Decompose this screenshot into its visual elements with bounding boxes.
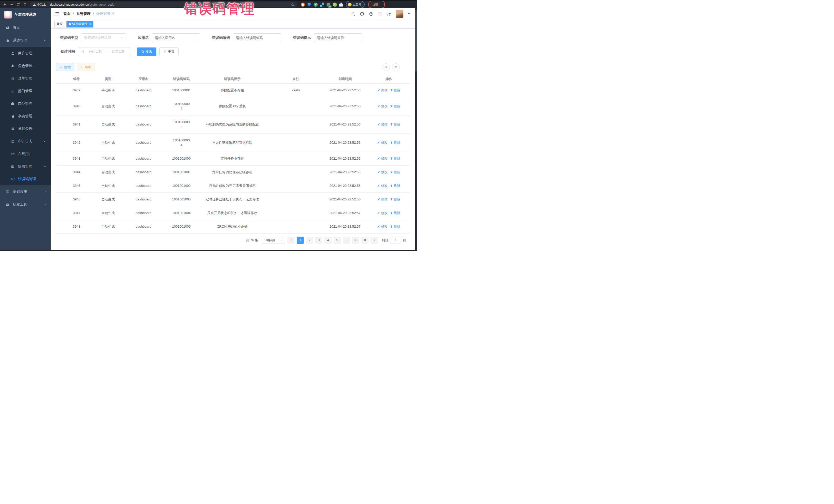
- extension-target-icon[interactable]: [301, 3, 305, 7]
- end-date-placeholder: 结束日期: [109, 49, 128, 54]
- reset-button[interactable]: 重置: [159, 47, 179, 56]
- trash-icon: [390, 198, 393, 201]
- edit-link[interactable]: 修改: [377, 183, 388, 188]
- font-size-icon[interactable]: TT: [387, 12, 391, 16]
- tag-error-code[interactable]: 错误码管理 ×: [66, 21, 93, 27]
- edit-link[interactable]: 修改: [377, 122, 388, 127]
- tags-view-bar: 首页 错误码管理 ×: [51, 20, 417, 28]
- edit-link[interactable]: 修改: [377, 197, 388, 202]
- breadcrumb-home[interactable]: 首页: [63, 12, 70, 16]
- help-icon[interactable]: [369, 12, 373, 16]
- browser-menu-icon[interactable]: ⋮: [381, 4, 383, 5]
- sidebar-item-roles[interactable]: 角色管理: [0, 60, 51, 72]
- delete-link[interactable]: 删除: [390, 197, 400, 202]
- delete-link[interactable]: 删除: [390, 104, 400, 109]
- sidebar-item-menus[interactable]: 菜单管理: [0, 72, 51, 85]
- table-row: 3943 自动生成 dashboard 1001001000 定时任务不存在 2…: [56, 152, 410, 165]
- home-button[interactable]: [22, 2, 28, 7]
- extension-vue-icon[interactable]: V: [313, 3, 318, 7]
- page-button-1[interactable]: 1: [297, 237, 304, 244]
- tag-close-icon[interactable]: ×: [89, 23, 91, 26]
- delete-link[interactable]: 删除: [390, 88, 400, 93]
- search-icon[interactable]: [351, 12, 355, 16]
- sidebar-item-users[interactable]: 用户管理: [0, 47, 51, 60]
- edit-link[interactable]: 修改: [377, 104, 388, 109]
- extensions-puzzle-icon[interactable]: [339, 3, 343, 7]
- search-button[interactable]: 搜索: [137, 47, 156, 56]
- browser-update-button[interactable]: 更新: [370, 2, 380, 7]
- page-button-3[interactable]: 3: [315, 237, 322, 244]
- delete-link[interactable]: 删除: [390, 183, 400, 188]
- error-message-input[interactable]: [314, 34, 363, 42]
- address-bar[interactable]: 不安全 dashboard.yudao.iocoder.cn/system/er…: [30, 2, 297, 7]
- page-size-select[interactable]: 10条/页: [262, 237, 285, 244]
- tag-home[interactable]: 首页: [54, 21, 65, 27]
- app-name-input[interactable]: [152, 34, 200, 42]
- edit-link[interactable]: 修改: [377, 211, 388, 215]
- sidebar-item-dev-tools[interactable]: 研发工具: [0, 198, 51, 211]
- error-type-select[interactable]: 请选择错误码类型: [81, 34, 126, 42]
- next-page-button[interactable]: [371, 237, 378, 244]
- trash-icon: [390, 157, 393, 160]
- sidebar-toggle-icon[interactable]: [54, 12, 59, 16]
- edit-link[interactable]: 修改: [377, 140, 388, 145]
- forward-button[interactable]: [9, 2, 14, 7]
- sidebar-item-system[interactable]: 系统管理: [0, 34, 51, 47]
- sidebar-item-audit-log[interactable]: 审计日志: [0, 135, 51, 148]
- sidebar-item-announcements[interactable]: 通知公告: [0, 123, 51, 135]
- bookmark-star-icon[interactable]: [291, 3, 294, 6]
- breadcrumb-system[interactable]: 系统管理: [76, 12, 91, 16]
- page-button-2[interactable]: 2: [306, 237, 313, 244]
- sidebar-item-online-users[interactable]: 在线用户: [0, 148, 51, 160]
- goto-page-input[interactable]: [390, 237, 401, 244]
- site-security-badge[interactable]: 不安全: [33, 2, 46, 7]
- edit-link[interactable]: 修改: [377, 224, 388, 229]
- browser-scrollbar[interactable]: [415, 8, 417, 251]
- sidebar-item-infrastructure[interactable]: 基础设施: [0, 185, 51, 198]
- delete-link[interactable]: 删除: [390, 156, 400, 161]
- user-menu-caret-icon[interactable]: [408, 13, 410, 15]
- prev-page-button[interactable]: [287, 237, 294, 244]
- delete-link[interactable]: 删除: [390, 211, 400, 215]
- more-pages-button[interactable]: •••: [352, 237, 359, 244]
- sidebar-item-dictionary[interactable]: 字典管理: [0, 110, 51, 123]
- back-button[interactable]: [2, 2, 8, 7]
- fullscreen-icon[interactable]: [378, 12, 382, 16]
- profile-avatar-emoji: [348, 3, 352, 6]
- add-button[interactable]: 新增: [56, 63, 74, 71]
- scrollbar-thumb[interactable]: [415, 10, 417, 72]
- table-row: 3946 自动生成 dashboard 1001001003 定时任务已经处于该…: [56, 193, 410, 206]
- edit-link[interactable]: 修改: [377, 88, 388, 93]
- page-button-8[interactable]: 8: [361, 237, 369, 244]
- cell-message: 不允许获取敏感配置到前端: [195, 133, 270, 152]
- show-search-toggle-button[interactable]: [382, 63, 390, 71]
- edit-link[interactable]: 修改: [377, 156, 388, 161]
- reload-button[interactable]: [15, 2, 21, 7]
- create-time-range-picker[interactable]: 开始日期 - 结束日期: [78, 47, 131, 56]
- page-button-4[interactable]: 4: [324, 237, 332, 244]
- extension-gem-icon[interactable]: [307, 3, 311, 7]
- page-button-6[interactable]: 6: [343, 237, 350, 244]
- edit-link[interactable]: 修改: [377, 170, 388, 175]
- sidebar-item-home[interactable]: 首页: [0, 21, 51, 34]
- profile-paused-badge[interactable]: 已暂停: [347, 2, 364, 7]
- extension-grid-icon[interactable]: [320, 3, 324, 7]
- delete-link[interactable]: 删除: [390, 140, 400, 145]
- export-button[interactable]: 导出: [77, 63, 95, 71]
- delete-link[interactable]: 删除: [390, 170, 400, 175]
- user-avatar[interactable]: [396, 10, 403, 18]
- extension-key-icon[interactable]: [333, 3, 337, 7]
- sidebar-item-posts[interactable]: 岗位管理: [0, 97, 51, 110]
- extension-switch-icon[interactable]: on: [326, 3, 331, 7]
- error-code-input[interactable]: [233, 34, 281, 42]
- delete-link[interactable]: 删除: [390, 122, 400, 127]
- sidebar-item-error-code[interactable]: </> 错误码管理: [0, 173, 51, 185]
- refresh-table-button[interactable]: [392, 63, 400, 71]
- sidebar-item-sms[interactable]: 短信管理: [0, 160, 51, 173]
- page-button-5[interactable]: 5: [334, 237, 341, 244]
- app-logo[interactable]: 芋道管理系统: [0, 8, 51, 21]
- github-icon[interactable]: [360, 12, 365, 16]
- cell-app: dashboard: [119, 206, 168, 220]
- sidebar-item-departments[interactable]: 部门管理: [0, 85, 51, 97]
- delete-link[interactable]: 删除: [390, 224, 400, 229]
